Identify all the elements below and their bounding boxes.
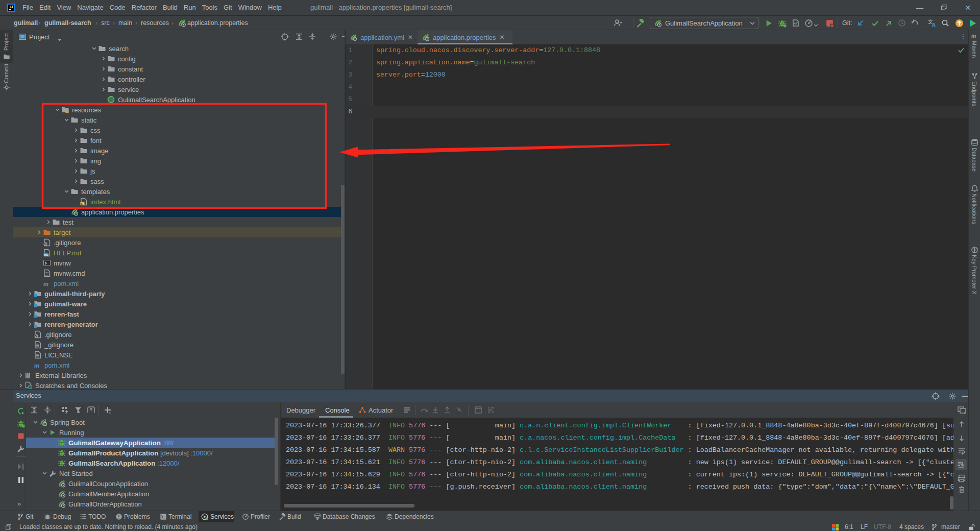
svg-text:I: I	[460, 409, 461, 414]
svg-text:A: A	[932, 21, 936, 27]
svg-text:m: m	[971, 33, 976, 40]
